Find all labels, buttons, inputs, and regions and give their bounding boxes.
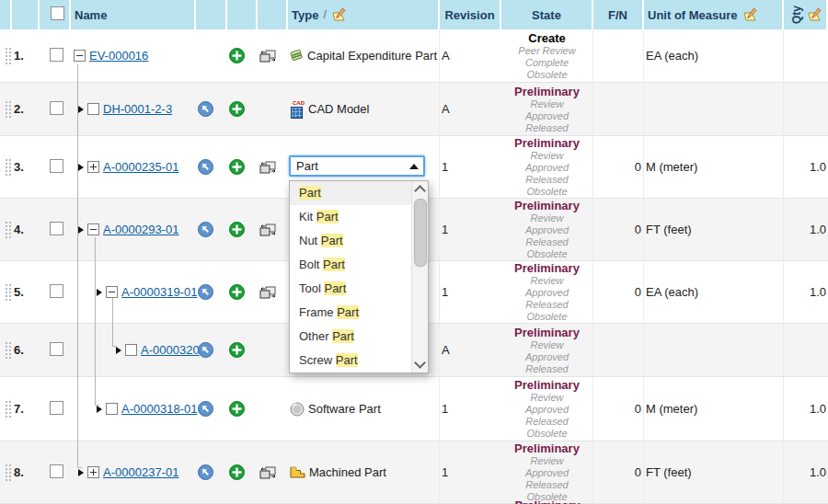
- navigate-icon[interactable]: [198, 342, 213, 358]
- add-icon[interactable]: [229, 401, 245, 417]
- scrollbar-thumb[interactable]: [414, 199, 427, 267]
- row-checkbox[interactable]: [50, 48, 63, 62]
- row-checkbox[interactable]: [50, 464, 63, 478]
- leaf-box-icon[interactable]: [106, 403, 118, 415]
- row-number: 6.: [12, 324, 40, 377]
- expand-arrow-icon[interactable]: [116, 347, 121, 354]
- add-icon[interactable]: [229, 222, 245, 237]
- expand-arrow-icon[interactable]: [78, 106, 84, 113]
- dropdown-option[interactable]: Frame Part: [290, 301, 428, 325]
- dropdown-option[interactable]: Kit Part: [290, 205, 428, 229]
- navigate-icon[interactable]: [198, 464, 213, 480]
- revision-cell: A: [440, 324, 501, 377]
- expand-arrow-icon[interactable]: [78, 226, 84, 234]
- row-number: 3.: [12, 136, 40, 199]
- expand-arrow-icon[interactable]: [97, 289, 102, 296]
- uom-cell: FT (feet): [644, 441, 784, 504]
- header-revision[interactable]: Revision: [440, 0, 501, 29]
- dropdown-option[interactable]: Screw Part: [290, 349, 428, 372]
- item-link[interactable]: A-0000320: [141, 343, 200, 357]
- type-sort-marker: /: [323, 8, 326, 21]
- item-link[interactable]: A-0000235-01: [103, 160, 178, 174]
- table-row: 7. A-0000318-01 Software Part 1 Prelimin…: [0, 377, 828, 441]
- leaf-box-icon[interactable]: [125, 344, 137, 356]
- dropdown-option[interactable]: Tool Part: [290, 277, 428, 301]
- navigate-icon[interactable]: [198, 159, 213, 175]
- revision-cell: 1: [440, 441, 501, 504]
- structure-icon[interactable]: [259, 161, 277, 175]
- item-link[interactable]: A-0000293-01: [103, 223, 178, 236]
- item-link[interactable]: A-0000319-01: [121, 285, 197, 299]
- type-label: Capital Expenditure Part: [307, 49, 437, 63]
- structure-icon[interactable]: [259, 50, 277, 63]
- leaf-box-icon[interactable]: [87, 103, 99, 115]
- revision-cell: A: [440, 83, 501, 136]
- navigate-icon[interactable]: [198, 284, 213, 300]
- type-label: Software Part: [308, 402, 381, 416]
- partial-next-row-state: Preliminary: [501, 498, 593, 504]
- fn-cell: [593, 324, 644, 377]
- edit-pencil-icon[interactable]: [742, 7, 757, 22]
- add-icon[interactable]: [229, 159, 245, 175]
- header-icon-col-2: [227, 0, 258, 29]
- header-uom[interactable]: Unit of Measure: [644, 0, 784, 29]
- header-type[interactable]: Type /: [288, 0, 440, 29]
- expand-arrow-icon[interactable]: [97, 406, 102, 413]
- collapse-toggle-icon[interactable]: [106, 286, 118, 298]
- row-checkbox[interactable]: [50, 222, 63, 235]
- expand-arrow-icon[interactable]: [78, 469, 84, 476]
- item-link[interactable]: EV-000016: [89, 49, 148, 63]
- qty-cell: 1.0: [784, 199, 828, 261]
- dropdown-option[interactable]: Part: [290, 181, 428, 205]
- expand-toggle-icon[interactable]: [87, 161, 99, 173]
- edit-pencil-icon[interactable]: [807, 7, 822, 22]
- add-icon[interactable]: [229, 284, 245, 300]
- add-icon[interactable]: [229, 48, 245, 63]
- state-cell: Preliminary Review Approved Released Obs…: [501, 441, 593, 504]
- select-all-checkbox[interactable]: [51, 6, 64, 20]
- cad-model-icon: CAD: [290, 101, 305, 118]
- scroll-up-icon[interactable]: [414, 185, 426, 197]
- add-icon[interactable]: [229, 342, 245, 358]
- item-link[interactable]: A-0000318-01: [121, 402, 197, 416]
- row-checkbox[interactable]: [50, 342, 63, 356]
- header-qty[interactable]: Qty: [784, 0, 828, 29]
- combobox-collapse-arrow-icon[interactable]: [409, 164, 419, 169]
- collapse-toggle-icon[interactable]: [87, 223, 99, 235]
- dropdown-option[interactable]: Other Part: [290, 325, 428, 349]
- structure-icon[interactable]: [259, 223, 277, 237]
- navigate-icon[interactable]: [198, 401, 213, 417]
- type-label: CAD Model: [308, 102, 369, 116]
- header-name[interactable]: Name: [71, 0, 196, 29]
- uom-cell: [644, 83, 784, 136]
- collapse-toggle-icon[interactable]: [74, 50, 86, 62]
- edit-pencil-icon[interactable]: [331, 7, 346, 22]
- header-num-col: [12, 0, 40, 29]
- row-checkbox[interactable]: [50, 284, 63, 298]
- row-number: 8.: [12, 441, 40, 504]
- add-icon[interactable]: [229, 101, 245, 117]
- item-link[interactable]: A-0000237-01: [103, 465, 178, 479]
- item-link[interactable]: DH-0001-2-3: [103, 102, 172, 116]
- navigate-icon[interactable]: [198, 222, 213, 237]
- structure-icon[interactable]: [259, 466, 277, 480]
- type-combobox-input[interactable]: [289, 155, 425, 177]
- scroll-down-icon[interactable]: [414, 357, 426, 369]
- uom-cell: M (meter): [644, 377, 784, 441]
- row-checkbox[interactable]: [50, 401, 63, 415]
- dropdown-scrollbar[interactable]: [411, 181, 428, 372]
- capital-expenditure-part-icon: [290, 48, 304, 63]
- expand-toggle-icon[interactable]: [87, 466, 99, 478]
- type-combobox[interactable]: [289, 155, 425, 177]
- header-fn[interactable]: F/N: [593, 0, 644, 29]
- add-icon[interactable]: [229, 464, 245, 480]
- header-state[interactable]: State: [501, 0, 593, 29]
- dropdown-option[interactable]: Nut Part: [290, 229, 428, 253]
- expand-arrow-icon[interactable]: [78, 164, 84, 171]
- navigate-icon[interactable]: [198, 101, 213, 117]
- structure-icon[interactable]: [259, 286, 277, 300]
- dropdown-option[interactable]: Bolt Part: [290, 253, 428, 277]
- table-row: 1. EV-000016 Capital Expenditure Part A …: [0, 29, 828, 83]
- row-checkbox[interactable]: [50, 101, 63, 115]
- row-checkbox[interactable]: [50, 159, 63, 173]
